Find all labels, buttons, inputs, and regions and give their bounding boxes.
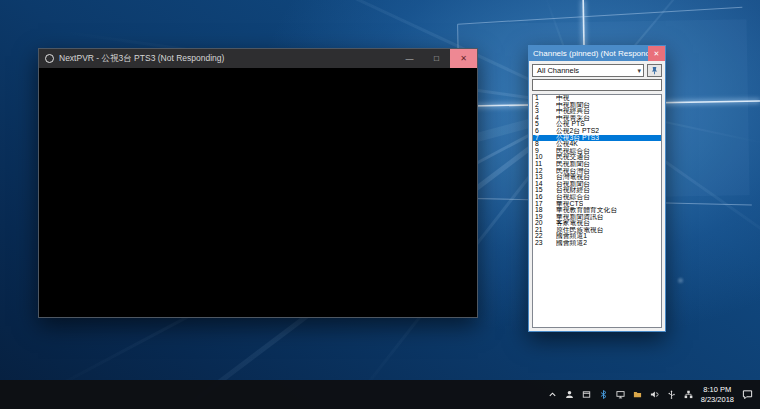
channel-row[interactable]: 20客家電視台: [533, 220, 661, 227]
channels-close-button[interactable]: ✕: [648, 46, 665, 61]
video-area[interactable]: [39, 68, 477, 317]
channels-toolbar: All Channels ▾: [529, 61, 665, 79]
channel-row[interactable]: 14台視新聞台: [533, 181, 661, 188]
minimize-button[interactable]: —: [396, 49, 423, 68]
desktop: NextPVR - 公視3台 PTS3 (Not Responding) — □…: [0, 0, 760, 409]
pin-icon: [650, 66, 659, 75]
channel-name: 華視新聞資訊台: [556, 214, 604, 221]
channel-row[interactable]: 22國會頻道1: [533, 233, 661, 240]
channel-name: 公視 PTS: [556, 121, 585, 128]
system-tray: 8:10 PM 8/23/2018: [541, 380, 760, 409]
usb-icon[interactable]: [667, 390, 676, 399]
bluetooth-icon[interactable]: [599, 390, 608, 399]
channels-window: Channels (pinned) (Not Responding) ✕ All…: [528, 45, 666, 332]
channel-name: 華視CTS: [556, 201, 583, 208]
channel-name: 民視綜合台: [556, 148, 590, 155]
channel-row[interactable]: 6公視2台 PTS2: [533, 128, 661, 135]
channel-name: 台灣電視台: [556, 174, 590, 181]
channel-name: 民視台灣台: [556, 168, 590, 175]
chevron-down-icon: ▾: [637, 67, 641, 74]
nextpvr-titlebar[interactable]: NextPVR - 公視3台 PTS3 (Not Responding) — □…: [39, 49, 477, 68]
channel-row[interactable]: 18華視教育體育文化台: [533, 207, 661, 214]
channel-name: 公視4K: [556, 141, 578, 148]
channel-row[interactable]: 5公視 PTS: [533, 121, 661, 128]
channel-name: 中視新聞台: [556, 102, 590, 109]
channel-row[interactable]: 21原住民族電視台: [533, 227, 661, 234]
channel-number: 23: [535, 240, 556, 247]
channel-row[interactable]: 15台視財經台: [533, 187, 661, 194]
channel-row[interactable]: 9民視綜合台: [533, 148, 661, 155]
taskbar: 8:10 PM 8/23/2018: [0, 380, 760, 409]
maximize-button[interactable]: □: [423, 49, 450, 68]
channel-row[interactable]: 13台灣電視台: [533, 174, 661, 181]
taskbar-clock[interactable]: 8:10 PM 8/23/2018: [701, 385, 734, 405]
app-window-icon[interactable]: [582, 390, 591, 399]
action-center-icon[interactable]: [742, 389, 753, 400]
channel-name: 民視新聞台: [556, 161, 590, 168]
channel-row[interactable]: 4中視菁采台: [533, 115, 661, 122]
channel-row[interactable]: 8公視4K: [533, 141, 661, 148]
channel-row[interactable]: 3中視經典台: [533, 108, 661, 115]
channel-name: 民視交通台: [556, 154, 590, 161]
clock-time: 8:10 PM: [701, 385, 734, 395]
network-icon[interactable]: [684, 390, 693, 399]
speaker-icon[interactable]: [650, 390, 659, 399]
nextpvr-window: NextPVR - 公視3台 PTS3 (Not Responding) — □…: [38, 48, 478, 318]
channel-name: 台視新聞台: [556, 181, 590, 188]
channel-name: 國會頻道2: [556, 240, 587, 247]
channel-name: 台視財經台: [556, 187, 590, 194]
channel-row[interactable]: 2中視新聞台: [533, 102, 661, 109]
channel-name: 公視3台 PTS3: [556, 135, 599, 142]
nextpvr-logo-icon: [45, 54, 54, 63]
pin-button[interactable]: [647, 64, 662, 77]
channel-row[interactable]: 10民視交通台: [533, 154, 661, 161]
channel-name: 中視經典台: [556, 108, 590, 115]
channel-name: 原住民族電視台: [556, 227, 604, 234]
channel-row[interactable]: 1中視: [533, 95, 661, 102]
channel-row[interactable]: 11民視新聞台: [533, 161, 661, 168]
user-icon[interactable]: [565, 390, 574, 399]
category-dropdown[interactable]: All Channels ▾: [532, 64, 644, 77]
category-dropdown-value: All Channels: [537, 66, 579, 75]
channel-row[interactable]: 23國會頻道2: [533, 240, 661, 247]
window-controls: — □ ✕: [396, 49, 477, 68]
channel-row[interactable]: 19華視新聞資訊台: [533, 214, 661, 221]
channels-titlebar[interactable]: Channels (pinned) (Not Responding) ✕: [529, 46, 665, 61]
monitor-icon[interactable]: [616, 390, 625, 399]
channel-name: 中視菁采台: [556, 115, 590, 122]
folder-icon[interactable]: [633, 390, 642, 399]
chevron-up-icon[interactable]: [548, 390, 557, 399]
channel-row[interactable]: 17華視CTS: [533, 201, 661, 208]
channel-name: 公視2台 PTS2: [556, 128, 599, 135]
channel-name: 客家電視台: [556, 220, 590, 227]
channel-list[interactable]: 1中視2中視新聞台3中視經典台4中視菁采台5公視 PTS6公視2台 PTS27公…: [532, 94, 662, 328]
channel-row[interactable]: 12民視台灣台: [533, 168, 661, 175]
clock-date: 8/23/2018: [701, 395, 734, 405]
nextpvr-window-title: NextPVR - 公視3台 PTS3 (Not Responding): [59, 53, 391, 65]
channel-row[interactable]: 7公視3台 PTS3: [533, 135, 661, 142]
close-button[interactable]: ✕: [450, 49, 477, 68]
channel-search-input[interactable]: [532, 79, 662, 91]
channel-row[interactable]: 16台視綜合台: [533, 194, 661, 201]
channel-name: 中視: [556, 95, 570, 102]
channels-window-title: Channels (pinned) (Not Responding): [533, 49, 648, 58]
channel-name: 華視教育體育文化台: [556, 207, 617, 214]
channel-name: 國會頻道1: [556, 233, 587, 240]
channel-name: 台視綜合台: [556, 194, 590, 201]
